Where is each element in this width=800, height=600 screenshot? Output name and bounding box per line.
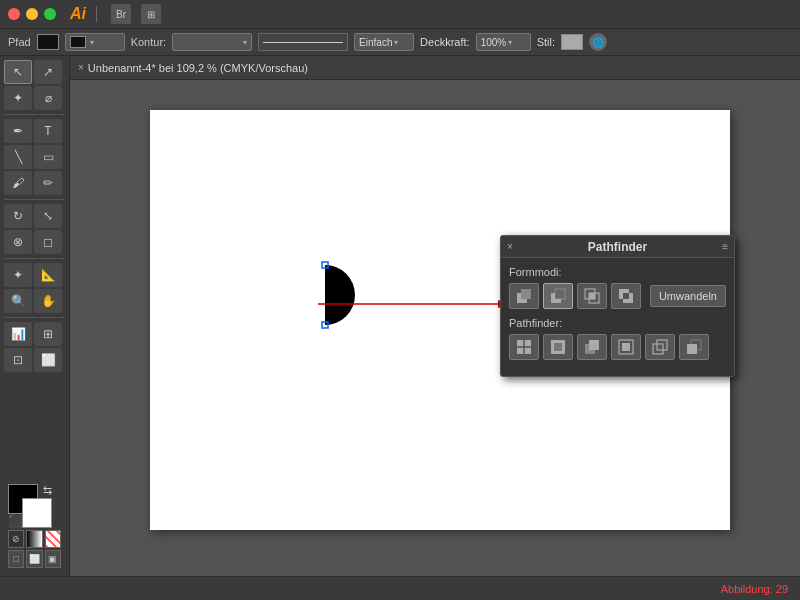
exclude-button[interactable] [611, 283, 641, 309]
br-icon[interactable]: Br [111, 4, 131, 24]
tool-row-2: ✦ ⌀ [4, 86, 65, 110]
svg-rect-26 [687, 344, 697, 354]
trim-button[interactable] [543, 334, 573, 360]
minus-back-button[interactable] [679, 334, 709, 360]
scale-tool[interactable]: ⤡ [34, 204, 62, 228]
einfach-dropdown[interactable]: Einfach ▾ [354, 33, 414, 51]
pathfinder-close-icon[interactable]: × [507, 241, 513, 252]
tool-row-9: 🔍 ✋ [4, 289, 65, 313]
tool-separator-3 [4, 258, 65, 259]
canvas-area: × Unbenannt-4* bei 109,2 % (CMYK/Vorscha… [70, 56, 800, 576]
mesh-tool[interactable]: ⊞ [34, 322, 62, 346]
pfad-label: Pfad [8, 36, 31, 48]
direct-select-tool[interactable]: ↗ [34, 60, 62, 84]
merge-button[interactable] [577, 334, 607, 360]
color-area: ⬛ ⇆ ⊘ □ ⬜ ▣ [4, 480, 65, 572]
tool-separator-1 [4, 114, 65, 115]
titlebar: Ai Br ⊞ [0, 0, 800, 28]
paintbrush-tool[interactable]: 🖌 [4, 171, 32, 195]
normal-mode-btn[interactable]: □ [8, 550, 24, 568]
maximize-button[interactable] [44, 8, 56, 20]
tool-separator-4 [4, 317, 65, 318]
formmodi-buttons-row: Umwandeln [509, 283, 726, 309]
tool-row-8: ✦ 📐 [4, 263, 65, 287]
pathfinder-label: Pathfinder: [509, 317, 726, 329]
slice-tool[interactable]: ⊡ [4, 348, 32, 372]
crop-button[interactable] [611, 334, 641, 360]
graph-tool[interactable]: 📊 [4, 322, 32, 346]
outline-button[interactable] [645, 334, 675, 360]
svg-rect-24 [657, 340, 667, 350]
none-btn[interactable]: ⊘ [8, 530, 24, 548]
presentation-mode-btn[interactable]: ▣ [45, 550, 61, 568]
fullscreen-mode-btn[interactable]: ⬜ [26, 550, 42, 568]
tool-separator-2 [4, 199, 65, 200]
tool-row-10: 📊 ⊞ [4, 322, 65, 346]
status-text: Abbildung: 29 [721, 583, 788, 595]
stroke-swatch [70, 36, 86, 48]
pathfinder-menu-icon[interactable]: ≡ [722, 241, 728, 252]
pattern-btn[interactable] [45, 530, 61, 548]
svg-rect-13 [623, 293, 629, 299]
gradient-btn[interactable] [26, 530, 42, 548]
statusbar: Abbildung: 29 [0, 576, 800, 600]
kontur-size-dropdown[interactable]: ▾ [172, 33, 252, 51]
app-logo: Ai [70, 5, 86, 23]
pen-tool[interactable]: ✒ [4, 119, 32, 143]
shape-container [290, 260, 360, 334]
unite-button[interactable] [509, 283, 539, 309]
umwandeln-button[interactable]: Umwandeln [650, 285, 726, 307]
color-swap-icon[interactable]: ⇆ [43, 484, 52, 497]
stil-label: Stil: [537, 36, 555, 48]
pathfinder-body: Formmodi: [501, 258, 734, 376]
pathfinder-titlebar: × Pathfinder ≡ [501, 236, 734, 258]
deckkraft-dropdown[interactable]: 100% ▾ [476, 33, 531, 51]
svg-rect-22 [622, 343, 630, 351]
svg-rect-23 [653, 344, 663, 354]
tool-row-4: ╲ ▭ [4, 145, 65, 169]
background-color[interactable] [22, 498, 52, 528]
type-tool[interactable]: T [34, 119, 62, 143]
tool-row-6: ↻ ⤡ [4, 204, 65, 228]
color-reset-icon[interactable]: ⬛ [8, 514, 23, 528]
rotate-tool[interactable]: ↻ [4, 204, 32, 228]
extra-row: ⊘ [8, 530, 61, 548]
lasso-tool[interactable]: ⌀ [34, 86, 62, 110]
tool-row-11: ⊡ ⬜ [4, 348, 65, 372]
intersect-button[interactable] [577, 283, 607, 309]
fill-swatch[interactable] [37, 34, 59, 50]
stroke-dropdown[interactable]: ▾ [65, 33, 125, 51]
close-button[interactable] [8, 8, 20, 20]
stil-swatch[interactable] [561, 34, 583, 50]
einfach-label: Einfach [359, 37, 392, 48]
select-tool[interactable]: ↖ [4, 60, 32, 84]
eyedropper-tool[interactable]: ✦ [4, 263, 32, 287]
canvas[interactable]: × Pathfinder ≡ Formmodi: [70, 80, 800, 576]
minimize-button[interactable] [26, 8, 38, 20]
half-circle-shape [290, 260, 360, 330]
blend-tool[interactable]: ⊗ [4, 230, 32, 254]
measure-tool[interactable]: 📐 [34, 263, 62, 287]
options-bar: Pfad ▾ Kontur: ▾ Einfach ▾ Deckkraft: 10… [0, 28, 800, 56]
line-style-preview[interactable] [258, 33, 348, 51]
tab-close-icon[interactable]: × [78, 62, 84, 73]
rect-tool[interactable]: ▭ [34, 145, 62, 169]
eraser-tool[interactable]: ◻ [34, 230, 62, 254]
line-tool[interactable]: ╲ [4, 145, 32, 169]
svg-rect-10 [589, 293, 595, 299]
kontur-label: Kontur: [131, 36, 166, 48]
tool-row-3: ✒ T [4, 119, 65, 143]
color-box-container: ⬛ ⇆ [8, 484, 52, 528]
pencil-tool[interactable]: ✏ [34, 171, 62, 195]
menu-icon[interactable]: ⊞ [141, 4, 161, 24]
magic-wand-tool[interactable]: ✦ [4, 86, 32, 110]
pan-tool[interactable]: ✋ [34, 289, 62, 313]
minus-front-button[interactable] [543, 283, 573, 309]
tool-row-5: 🖌 ✏ [4, 171, 65, 195]
svg-rect-7 [555, 289, 565, 299]
divide-button[interactable] [509, 334, 539, 360]
artboard-tool[interactable]: ⬜ [34, 348, 62, 372]
zoom-tool[interactable]: 🔍 [4, 289, 32, 313]
main-area: ↖ ↗ ✦ ⌀ ✒ T ╲ ▭ 🖌 ✏ ↻ ⤡ ⊗ ◻ ✦ [0, 56, 800, 576]
world-icon[interactable]: 🌐 [589, 33, 607, 51]
